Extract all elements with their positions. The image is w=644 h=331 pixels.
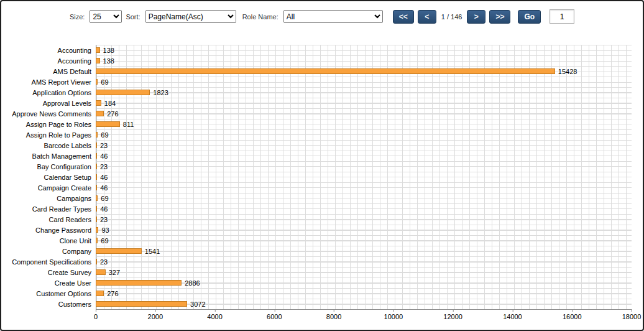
x-tick-label: 8000 <box>326 313 341 320</box>
bar <box>96 111 104 116</box>
last-page-button[interactable]: >> <box>489 10 510 24</box>
bar-track: 69 <box>96 77 632 87</box>
category-label: Card Reader Types <box>1 205 96 213</box>
sort-select[interactable]: PageName(Asc) <box>145 10 236 23</box>
category-label: Barcode Labels <box>1 142 96 149</box>
bar-track: 138 <box>96 55 632 66</box>
value-label: 23 <box>100 216 108 223</box>
value-label: 138 <box>103 57 114 65</box>
chart-row: Create Survey327 <box>1 267 632 277</box>
category-label: Assign Page to Roles <box>1 121 96 128</box>
bar-track: 46 <box>96 172 632 182</box>
bar <box>96 58 100 63</box>
category-label: Approval Levels <box>1 100 96 107</box>
chart-rows: Accounting138Accounting138AMS Default154… <box>1 45 632 309</box>
value-label: 184 <box>104 100 116 107</box>
value-label: 23 <box>100 142 108 149</box>
category-label: Campaign Create <box>1 184 96 192</box>
category-label: Approve News Comments <box>1 110 96 118</box>
bar <box>96 195 98 201</box>
chart-row: Create User2886 <box>1 277 632 288</box>
value-label: 327 <box>109 269 120 276</box>
chart-row: Company1541 <box>1 246 632 256</box>
role-select[interactable]: All <box>283 10 383 23</box>
chart-row: Calendar Setup46 <box>1 172 632 182</box>
bar <box>96 206 97 212</box>
chart-row: Application Options1823 <box>1 87 632 98</box>
chart-row: Card Readers23 <box>1 214 632 225</box>
bar-track: 327 <box>96 267 632 277</box>
value-label: 23 <box>100 163 108 170</box>
value-label: 46 <box>100 174 108 181</box>
size-select[interactable]: 25 <box>90 10 122 23</box>
category-label: AMS Default <box>1 68 96 75</box>
category-label: Batch Management <box>1 152 96 160</box>
x-tick-label: 0 <box>94 313 98 320</box>
category-label: Accounting <box>1 47 96 54</box>
bar-track: 23 <box>96 256 632 267</box>
bar-track: 46 <box>96 203 632 214</box>
bar-track: 46 <box>96 151 632 161</box>
x-tick-label: 14000 <box>503 313 522 320</box>
value-label: 276 <box>107 290 118 297</box>
category-label: Bay Configuration <box>1 163 96 170</box>
bar-track: 1823 <box>96 87 632 98</box>
page-number-input[interactable] <box>550 9 574 24</box>
value-label: 69 <box>101 237 108 245</box>
chart-row: Customer Options276 <box>1 288 632 299</box>
value-label: 811 <box>123 121 134 128</box>
bar <box>96 164 97 169</box>
value-label: 138 <box>103 47 114 54</box>
bar <box>96 174 97 180</box>
category-label: Customer Options <box>1 290 96 297</box>
bar-track: 1541 <box>96 246 632 256</box>
value-label: 23 <box>100 258 108 266</box>
value-label: 93 <box>101 226 109 234</box>
x-tick-label: 6000 <box>267 313 282 320</box>
bar <box>96 90 150 95</box>
value-label: 69 <box>101 78 108 86</box>
x-tick-label: 10000 <box>384 313 403 320</box>
category-label: Component Specifications <box>1 258 96 266</box>
chart-row: Campaigns69 <box>1 193 632 203</box>
value-label: 3072 <box>190 301 205 308</box>
bar <box>96 238 98 243</box>
bar-track: 138 <box>96 45 632 55</box>
go-button[interactable]: Go <box>518 10 541 24</box>
category-label: Assign Role to Pages <box>1 131 96 139</box>
bar <box>96 142 97 148</box>
prev-page-button[interactable]: < <box>418 10 436 24</box>
plot-area: Accounting138Accounting138AMS Default154… <box>1 45 643 331</box>
bar-track: 69 <box>96 129 632 140</box>
chart-row: Assign Role to Pages69 <box>1 129 632 140</box>
category-label: Application Options <box>1 89 96 96</box>
value-label: 1541 <box>145 248 160 255</box>
bar-track: 23 <box>96 161 632 172</box>
bar <box>96 269 106 275</box>
next-page-button[interactable]: > <box>467 10 485 24</box>
value-label: 69 <box>101 131 108 139</box>
bar <box>96 185 97 190</box>
chart-row: Approve News Comments276 <box>1 108 632 119</box>
x-tick-label: 18000 <box>622 313 642 320</box>
bar <box>96 68 555 74</box>
bar <box>96 100 101 106</box>
value-label: 46 <box>100 152 108 160</box>
bar <box>96 259 97 264</box>
category-label: AMS Report Viewer <box>1 78 96 86</box>
chart-row: Campaign Create46 <box>1 182 632 193</box>
value-label: 46 <box>100 184 108 192</box>
category-label: Create User <box>1 279 96 287</box>
category-label: Create Survey <box>1 269 96 276</box>
chart-row: Assign Page to Roles811 <box>1 119 632 129</box>
bar-track: 23 <box>96 140 632 151</box>
value-label: 276 <box>107 110 118 118</box>
bar-track: 46 <box>96 182 632 193</box>
x-axis: 0200040006000800010000120001400016000180… <box>96 311 632 322</box>
first-page-button[interactable]: << <box>393 10 414 24</box>
bar <box>96 153 97 159</box>
chart-row: Accounting138 <box>1 45 632 55</box>
report-window: Size: 25 Sort: PageName(Asc) Role Name: … <box>0 0 644 331</box>
bar-track: 69 <box>96 235 632 246</box>
bar <box>96 301 187 307</box>
